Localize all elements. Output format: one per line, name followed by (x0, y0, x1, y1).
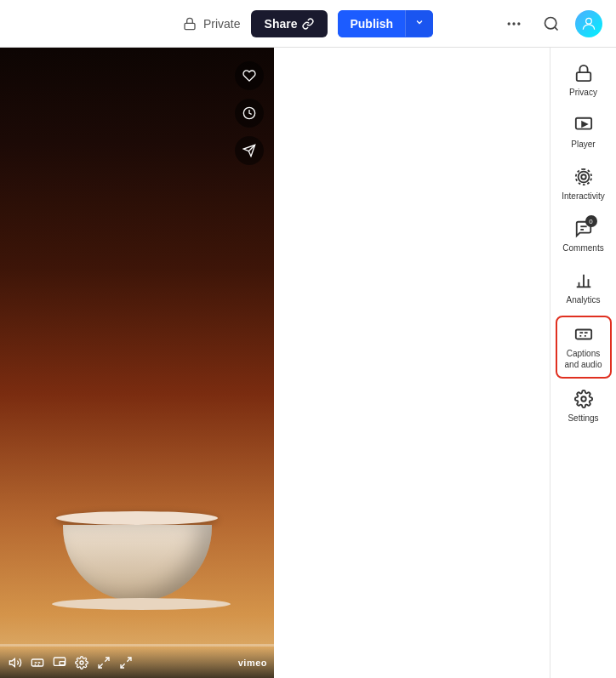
sidebar-item-interactivity[interactable]: Interactivity (556, 160, 612, 208)
chevron-down-icon (414, 17, 425, 27)
sidebar-item-analytics[interactable]: Analytics (556, 264, 612, 312)
share-label: Share (265, 17, 298, 31)
fullscreen-control[interactable] (95, 654, 112, 671)
gear-icon-small (75, 656, 88, 669)
svg-point-2 (512, 22, 515, 25)
svg-point-14 (80, 661, 83, 664)
svg-rect-30 (575, 330, 590, 339)
svg-rect-13 (60, 662, 65, 665)
analytics-icon (573, 271, 594, 291)
search-button[interactable] (538, 10, 565, 37)
volume-icon (9, 656, 22, 669)
svg-marker-10 (9, 658, 14, 666)
video-controls: vimeo (0, 647, 274, 678)
captions-control[interactable] (29, 654, 46, 671)
share-video-button[interactable] (235, 136, 264, 165)
publish-dropdown-button[interactable] (405, 10, 433, 37)
more-options-button[interactable] (500, 10, 528, 37)
svg-point-31 (581, 396, 586, 402)
volume-control[interactable] (7, 654, 24, 671)
like-button[interactable] (235, 61, 264, 90)
sidebar-item-comments[interactable]: 0 Comments (556, 212, 612, 260)
lock-icon (573, 63, 594, 83)
svg-line-5 (555, 26, 558, 30)
sidebar-item-privacy[interactable]: Privacy (556, 56, 612, 105)
main-layout: vimeo Privacy Player (0, 48, 616, 678)
heart-icon (242, 69, 256, 83)
publish-button-group[interactable]: Publish (338, 10, 433, 37)
pip-control[interactable] (51, 654, 68, 671)
settings-gear-icon (573, 389, 594, 409)
avatar-icon (580, 15, 597, 32)
comments-badge: 0 (585, 215, 597, 227)
sidebar-analytics-label: Analytics (566, 294, 600, 305)
cc-icon (31, 656, 44, 669)
video-container: vimeo (0, 48, 274, 678)
private-label: Private (203, 17, 241, 31)
watch-later-button[interactable] (235, 99, 264, 128)
svg-point-4 (545, 17, 556, 28)
video-actions (235, 61, 264, 165)
interactivity-icon (573, 167, 594, 187)
svg-point-23 (578, 172, 589, 183)
svg-line-16 (99, 664, 103, 668)
svg-point-3 (517, 22, 520, 25)
topbar: Private Share Publish (0, 0, 616, 48)
vimeo-logo: vimeo (238, 658, 267, 668)
lock-small-icon (183, 17, 197, 31)
svg-line-18 (121, 664, 125, 668)
video-thumbnail (0, 48, 274, 678)
right-sidebar: Privacy Player Interactivity (550, 48, 616, 678)
avatar[interactable] (575, 10, 602, 37)
svg-line-17 (127, 658, 131, 662)
settings-control[interactable] (73, 654, 90, 671)
svg-marker-21 (582, 122, 587, 127)
progress-bar[interactable] (0, 644, 274, 647)
svg-rect-11 (31, 659, 43, 666)
video-area: vimeo (0, 48, 550, 678)
svg-point-1 (508, 22, 510, 25)
search-icon (543, 15, 560, 32)
svg-point-22 (581, 174, 586, 179)
sidebar-item-captions[interactable]: Captions and audio (556, 316, 612, 379)
private-button[interactable]: Private (183, 17, 241, 31)
sidebar-item-player[interactable]: Player (556, 108, 612, 157)
sidebar-player-label: Player (571, 139, 595, 150)
svg-line-15 (105, 658, 109, 662)
share-button[interactable]: Share (251, 10, 328, 37)
sidebar-comments-label: Comments (562, 242, 603, 254)
topbar-right-actions (500, 10, 602, 37)
svg-rect-19 (576, 72, 590, 81)
sidebar-settings-label: Settings (568, 413, 598, 424)
sidebar-captions-label: Captions and audio (561, 348, 607, 370)
send-icon (242, 144, 256, 157)
sidebar-item-settings[interactable]: Settings (556, 382, 612, 430)
expand-icon (97, 656, 111, 669)
publish-main-button[interactable]: Publish (338, 10, 405, 37)
comments-icon: 0 (573, 219, 594, 239)
content-area (274, 48, 550, 678)
play-icon (573, 115, 594, 135)
more-control[interactable] (117, 654, 134, 671)
publish-label: Publish (350, 17, 393, 31)
sidebar-interactivity-label: Interactivity (562, 191, 605, 202)
picture-in-picture-icon (53, 656, 66, 669)
svg-point-6 (586, 18, 592, 24)
clock-icon (242, 106, 256, 120)
captions-icon (573, 324, 594, 345)
arrows-icon (119, 656, 133, 669)
link-icon (302, 18, 314, 30)
sidebar-privacy-label: Privacy (569, 87, 597, 98)
ellipsis-icon (505, 15, 522, 32)
svg-rect-0 (185, 23, 195, 29)
